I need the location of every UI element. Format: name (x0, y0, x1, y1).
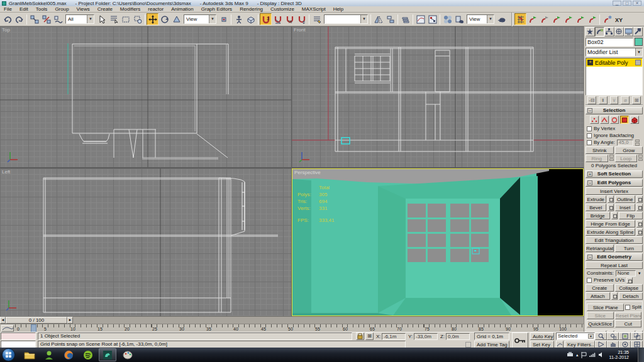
menu-group[interactable]: Group (51, 6, 72, 13)
make-unique-button[interactable]: ∨ (610, 96, 619, 104)
rollout-edit-geometry[interactable]: −Edit Geometry (586, 253, 643, 261)
minimize-button[interactable]: ▁ (613, 1, 621, 6)
retriangulate-button[interactable]: Retriangulate (586, 244, 614, 252)
midpoint-snap-icon[interactable] (574, 13, 586, 25)
start-button[interactable] (2, 348, 15, 361)
select-object-icon[interactable] (96, 13, 108, 25)
menu-create[interactable]: Create (94, 6, 116, 13)
object-name-field[interactable]: Box02 (586, 38, 633, 47)
select-and-link-icon[interactable] (28, 13, 40, 25)
chevron-down-icon[interactable]: ▼ (635, 48, 642, 56)
title-bar[interactable]: GranliMebSokkel005.max - Project Folder:… (0, 0, 644, 6)
ignore-backfacing-checkbox[interactable]: Ignore Backfacing (586, 132, 643, 139)
tab-modify[interactable] (595, 27, 604, 36)
grid-points-snap-icon[interactable] (514, 13, 526, 25)
time-slider-handle[interactable]: 0 / 100 (6, 317, 67, 324)
bevel-button[interactable]: Bevel (586, 204, 606, 211)
edit-named-selections-icon[interactable] (311, 13, 323, 25)
inset-button[interactable]: Inset (615, 204, 636, 211)
checkbox-icon[interactable] (587, 126, 592, 131)
zoom-all-icon[interactable] (607, 332, 619, 340)
rollout-soft-selection[interactable]: +Soft Selection (586, 170, 643, 178)
material-editor-icon[interactable] (441, 13, 453, 25)
x-coordinate-field[interactable]: -6,1m (382, 333, 406, 340)
bridge-settings-button[interactable] (611, 212, 618, 219)
bind-to-spacewarp-icon[interactable] (52, 13, 64, 25)
mini-curve-editor-button[interactable] (1, 325, 14, 332)
ring-spinner[interactable] (609, 155, 614, 161)
checkbox-icon[interactable] (587, 133, 592, 138)
unlink-selection-icon[interactable] (40, 13, 52, 25)
menu-rendering[interactable]: Rendering (236, 6, 267, 13)
extrude-spline-settings-button[interactable] (636, 228, 643, 236)
menu-tools[interactable]: Tools (32, 6, 52, 13)
chevron-down-icon[interactable]: ▼ (487, 15, 494, 23)
border-mode-icon[interactable] (610, 116, 619, 124)
menu-maxscript[interactable]: MAXScript (298, 6, 330, 13)
vertex-snap-icon[interactable] (538, 13, 550, 25)
outline-button[interactable]: Outline (615, 195, 636, 203)
tab-utilities[interactable] (633, 27, 643, 36)
align-icon[interactable] (384, 13, 396, 25)
z-coordinate-field[interactable]: 0,0m (446, 333, 470, 340)
chevron-down-icon[interactable]: ▼ (588, 334, 594, 339)
track-bar[interactable]: 0510152025303540455055606570758085909510… (0, 324, 584, 332)
selection-lock-icon[interactable] (356, 332, 364, 340)
taskbar-explorer-icon[interactable] (21, 348, 38, 361)
tray-app-icon[interactable] (567, 352, 574, 358)
by-angle-field[interactable]: 45,0 (617, 140, 633, 146)
layer-manager-icon[interactable] (399, 13, 411, 25)
named-selection-dropdown[interactable]: ▼ (324, 14, 368, 24)
window-crossing-toggle-icon[interactable] (131, 13, 143, 25)
select-and-move-icon[interactable] (147, 13, 158, 25)
prev-frame-arrow[interactable]: ◄ (0, 317, 6, 324)
select-and-rotate-icon[interactable] (158, 13, 170, 25)
spinner-snap-icon[interactable] (296, 13, 308, 25)
auto-key-button[interactable]: Auto Key (530, 332, 554, 340)
taskbar-paint-icon[interactable] (119, 348, 136, 361)
set-keys-button[interactable] (512, 332, 528, 348)
menu-help[interactable]: Help (330, 6, 347, 13)
collapse-button[interactable]: Collapse (615, 284, 643, 292)
by-angle-checkbox[interactable]: By Angle:45,0 (586, 139, 643, 146)
zoom-extents-all-icon[interactable] (631, 332, 643, 340)
menu-file[interactable]: File (0, 6, 16, 13)
tray-expand-icon[interactable]: ▴ (576, 353, 579, 358)
chevron-down-icon[interactable]: ▼ (360, 15, 367, 23)
angle-snap-icon[interactable] (272, 13, 284, 25)
extrude-button[interactable]: Extrude (586, 195, 606, 203)
tab-create[interactable] (586, 27, 595, 36)
extrude-along-spline-button[interactable]: Extrude Along Spline (586, 228, 635, 236)
rollout-selection[interactable]: −Selection (586, 107, 643, 114)
volume-icon[interactable] (598, 352, 604, 358)
reference-coord-dropdown[interactable]: View▼ (184, 14, 216, 24)
menu-views[interactable]: Views (73, 6, 94, 13)
pan-hand-icon[interactable] (607, 341, 619, 348)
maxscript-listener-pink[interactable] (1, 332, 36, 340)
render-view-dropdown[interactable]: View▼ (467, 14, 494, 24)
cut-button[interactable]: Cut (615, 320, 642, 327)
stack-item-editable-poly[interactable]: + Editable Poly (586, 58, 642, 67)
modifier-stack[interactable]: + Editable Poly (586, 58, 643, 96)
tab-motion[interactable] (614, 27, 624, 36)
maximize-button[interactable]: ▢ (623, 1, 631, 6)
preserve-uvs-settings-button[interactable] (626, 277, 633, 283)
collapse-icon[interactable]: − (587, 180, 592, 185)
zoom-icon[interactable] (595, 332, 607, 340)
snaps-toggle-icon[interactable]: 3 (260, 13, 272, 25)
element-mode-icon[interactable] (630, 116, 639, 124)
viewport-perspective[interactable]: Perspective (292, 168, 584, 316)
maximize-viewport-icon[interactable] (631, 341, 643, 348)
chevron-down-icon[interactable]: ▼ (638, 272, 641, 275)
edge-mode-icon[interactable] (600, 116, 609, 124)
absolute-offset-toggle-icon[interactable]: ⊞ (365, 332, 374, 340)
expand-icon[interactable]: + (587, 60, 593, 65)
pivot-snap-icon[interactable] (526, 13, 538, 25)
select-by-name-icon[interactable] (108, 13, 119, 25)
expand-icon[interactable]: + (587, 172, 592, 177)
face-snap-icon[interactable] (562, 13, 574, 25)
create-button[interactable]: Create (586, 284, 614, 292)
chevron-down-icon[interactable]: ▼ (87, 15, 94, 23)
menu-edit[interactable]: Edit (16, 6, 32, 13)
flip-button[interactable]: Flip (619, 212, 643, 219)
